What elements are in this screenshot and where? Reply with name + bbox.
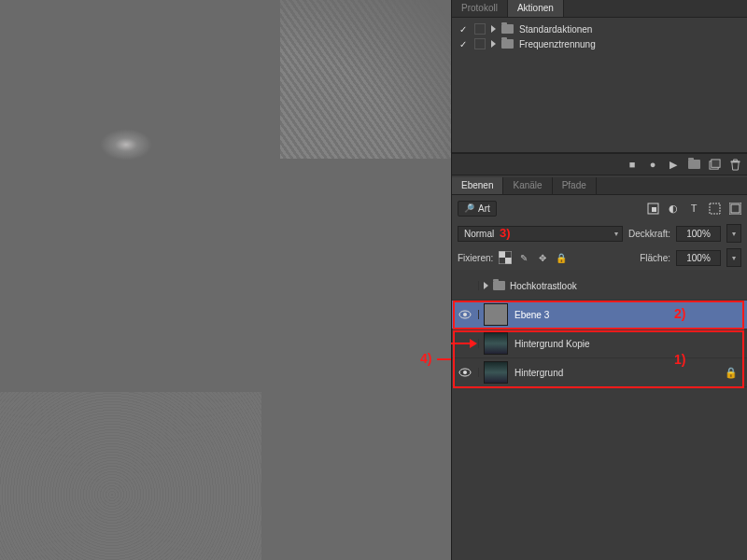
action-dialog-toggle[interactable] [474, 38, 486, 49]
visibility-toggle[interactable] [458, 339, 472, 348]
lock-paint-icon[interactable]: ✎ [517, 251, 530, 264]
svg-rect-5 [731, 204, 740, 213]
svg-rect-3 [652, 207, 656, 212]
filter-shape-icon[interactable] [708, 202, 721, 215]
layer-thumbnail[interactable] [484, 361, 508, 384]
record-icon[interactable]: ● [646, 158, 659, 171]
actions-toolbar: ■ ● ▶ [452, 153, 747, 175]
layer-filter-row: 🔎Art ◐ T [452, 195, 747, 221]
filter-smart-icon[interactable] [728, 202, 741, 215]
annotation-3: 3) [500, 226, 511, 240]
fill-stepper[interactable]: ▾ [726, 248, 741, 267]
tab-protokoll[interactable]: Protokoll [452, 0, 508, 17]
svg-rect-8 [505, 258, 512, 264]
visibility-toggle[interactable] [458, 310, 472, 319]
svg-point-13 [463, 371, 467, 374]
trash-icon[interactable] [728, 158, 741, 171]
action-set-row[interactable]: Standardaktionen [458, 21, 741, 36]
tab-ebenen[interactable]: Ebenen [452, 177, 503, 194]
lock-fill-row: Fixieren: ✎ ✥ 🔒 Fläche: 100% ▾ [452, 245, 747, 270]
svg-rect-1 [711, 159, 719, 166]
layers-tab-row: Ebenen Kanäle Pfade [452, 177, 747, 195]
stop-icon[interactable]: ■ [626, 158, 639, 171]
new-action-icon[interactable] [708, 158, 721, 171]
document-image [0, 0, 451, 560]
opacity-label: Deckkraft: [628, 229, 670, 239]
lock-label: Fixieren: [458, 253, 493, 263]
layer-row-bg-copy[interactable]: Hintergrund Kopie [452, 329, 747, 358]
actions-tab-row: Protokoll Aktionen [452, 0, 747, 18]
layer-group-row[interactable]: Hochkotrastlook [452, 272, 747, 301]
lock-icon: 🔒 [725, 367, 737, 379]
actions-panel-body: Standardaktionen Frequenztrennung [452, 18, 747, 153]
folder-icon [493, 281, 505, 290]
lock-position-icon[interactable]: ✥ [536, 251, 549, 264]
svg-rect-4 [710, 203, 720, 214]
filter-type-icon[interactable]: T [687, 202, 700, 215]
panel-stack: Protokoll Aktionen Standardaktionen Freq… [451, 0, 747, 560]
layer-thumbnail[interactable] [484, 332, 508, 355]
filter-adjust-icon[interactable]: ◐ [667, 202, 680, 215]
svg-rect-7 [499, 251, 505, 258]
expand-icon[interactable] [484, 282, 488, 289]
play-icon[interactable]: ▶ [667, 158, 680, 171]
fill-label: Fläche: [640, 253, 670, 263]
layer-name[interactable]: Ebene 3 [514, 310, 742, 320]
blend-opacity-row: Normal▾ 3) Deckkraft: 100% ▾ [452, 221, 747, 245]
filter-pixel-icon[interactable] [646, 202, 659, 215]
action-set-name: Frequenztrennung [519, 39, 596, 49]
layer-row-ebene-3[interactable]: Ebene 3 [452, 301, 747, 329]
folder-icon [501, 24, 514, 34]
visibility-toggle[interactable] [458, 281, 472, 290]
lock-transparency-icon[interactable] [499, 251, 512, 264]
new-folder-icon[interactable] [687, 158, 700, 171]
lock-all-icon[interactable]: 🔒 [555, 251, 568, 264]
app-root: 4) Protokoll Aktionen Standardaktionen F… [0, 0, 747, 560]
visibility-toggle[interactable] [458, 368, 472, 377]
action-set-name: Standardaktionen [519, 24, 592, 35]
tab-aktionen[interactable]: Aktionen [508, 0, 564, 17]
folder-icon [501, 39, 514, 49]
canvas-viewport[interactable]: 4) [0, 0, 451, 560]
action-set-row[interactable]: Frequenztrennung [458, 36, 741, 51]
svg-point-11 [463, 313, 467, 316]
opacity-input[interactable]: 100% [676, 226, 721, 242]
action-enabled-check[interactable] [458, 38, 469, 49]
opacity-stepper[interactable]: ▾ [726, 224, 741, 243]
action-dialog-toggle[interactable] [474, 23, 486, 35]
layer-name[interactable]: Hintergrund Kopie [514, 339, 742, 349]
filter-type-select[interactable]: 🔎Art [458, 201, 497, 217]
layer-row-bg[interactable]: Hintergrund 🔒 [452, 358, 747, 387]
expand-icon[interactable] [491, 40, 496, 48]
expand-icon[interactable] [491, 25, 496, 33]
blend-mode-select[interactable]: Normal▾ 3) [458, 226, 623, 242]
fill-input[interactable]: 100% [676, 250, 721, 266]
layer-thumbnail[interactable] [484, 303, 508, 326]
layer-list: Hochkotrastlook Ebene 3 Hintergrund Kopi… [452, 270, 747, 560]
tab-pfade[interactable]: Pfade [553, 177, 597, 194]
layers-panel: 🔎Art ◐ T Normal▾ 3) Deckkraft: 100% ▾ [452, 195, 747, 560]
layer-name[interactable]: Hintergrund [514, 368, 718, 378]
action-enabled-check[interactable] [458, 23, 469, 35]
tab-kanaele[interactable]: Kanäle [503, 177, 552, 194]
layer-name[interactable]: Hochkotrastlook [510, 281, 742, 291]
